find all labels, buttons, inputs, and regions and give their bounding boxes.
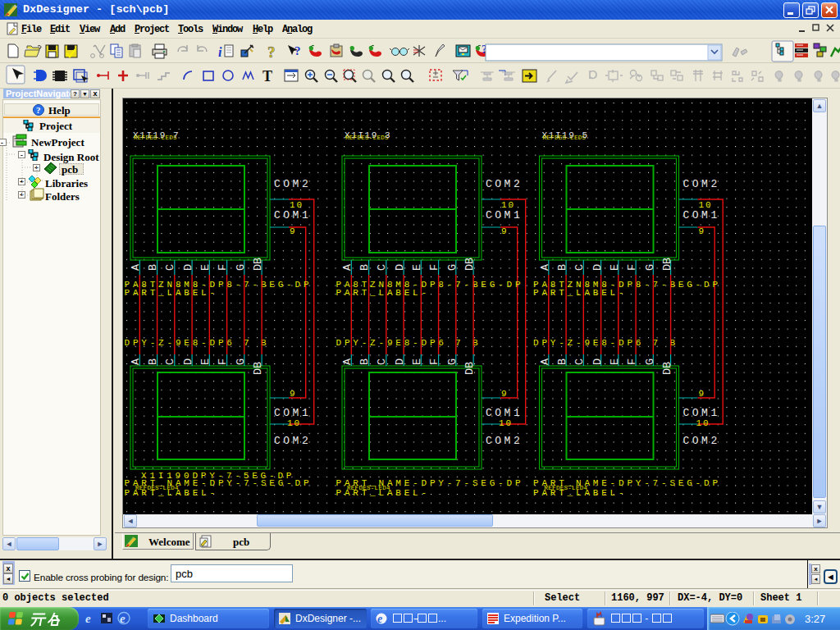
svg-text:?: ? xyxy=(267,43,276,61)
svg-text:?: ? xyxy=(294,44,301,57)
svg-text:e: e xyxy=(377,613,382,625)
svg-text:X1I190DPY-7-5EG-DP: X1I190DPY-7-5EG-DP xyxy=(141,471,294,481)
svg-text:e: e xyxy=(85,612,91,625)
svg-text:?: ? xyxy=(36,105,41,115)
svg-text:5: 5 xyxy=(582,130,588,140)
svg-text:3: 3 xyxy=(385,130,390,140)
svg-text:i: i xyxy=(218,45,222,59)
svg-text:7: 7 xyxy=(173,130,179,140)
svg-text:T: T xyxy=(262,68,272,84)
